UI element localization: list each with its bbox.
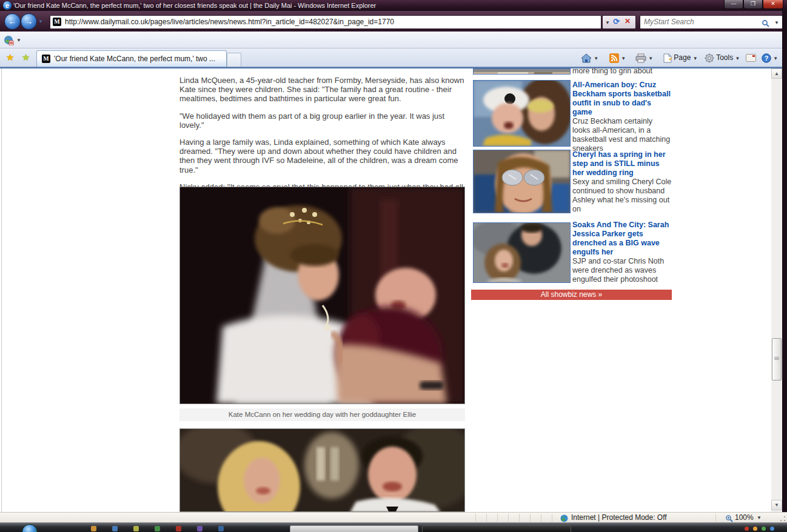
tray-icon[interactable] bbox=[745, 527, 749, 531]
forward-button[interactable]: → bbox=[21, 13, 37, 30]
all-showbiz-news-banner[interactable]: All showbiz news » bbox=[471, 290, 672, 300]
sidebar-item: Soaks And The City: Sarah Jessica Parker… bbox=[572, 221, 672, 284]
address-bar[interactable]: M http://www.dailymail.co.uk/pages/live/… bbox=[50, 15, 601, 29]
help-button[interactable]: ? ▼ bbox=[762, 51, 778, 65]
scroll-down-icon[interactable]: ▼ bbox=[771, 500, 782, 510]
zoom-dropdown-icon[interactable]: ▼ bbox=[757, 515, 762, 520]
favorites-center-icon[interactable]: ★ bbox=[6, 52, 14, 63]
zoom-icon bbox=[725, 514, 733, 522]
page-menu-label: Page bbox=[674, 53, 691, 62]
zoom-level[interactable]: 100% bbox=[735, 513, 754, 522]
tools-menu-button[interactable]: Tools ▼ bbox=[705, 51, 740, 65]
history-dropdown-icon[interactable]: ▼ bbox=[38, 19, 43, 24]
quicklaunch-icon[interactable] bbox=[218, 526, 224, 531]
scrollbar-thumb[interactable] bbox=[772, 338, 782, 381]
refresh-icon[interactable]: ⟳ bbox=[613, 17, 620, 26]
article-paragraph: Linda McQueen, a 45-year-old teacher fro… bbox=[179, 76, 465, 104]
address-controls: ▼ ⟳ ✕ bbox=[602, 15, 636, 29]
photo-caption: Kate McCann on her wedding day with her … bbox=[179, 408, 465, 421]
minimize-button[interactable]: — bbox=[724, 0, 743, 9]
window-right-border bbox=[782, 11, 787, 522]
scroll-up-icon[interactable]: ▲ bbox=[771, 68, 782, 79]
forward-icon: → bbox=[25, 16, 33, 26]
tab-label: 'Our friend Kate McCann, the perfect mum… bbox=[54, 51, 215, 67]
resize-grip[interactable] bbox=[780, 516, 786, 522]
email-button[interactable] bbox=[746, 51, 756, 65]
tools-menu-label: Tools bbox=[716, 53, 733, 62]
new-tab-button[interactable] bbox=[227, 53, 241, 67]
stop-icon[interactable]: ✕ bbox=[625, 17, 631, 25]
quicklaunch-icon[interactable] bbox=[176, 526, 181, 531]
search-box[interactable]: ▼ bbox=[640, 15, 783, 29]
page-dropdown-icon[interactable]: ▼ bbox=[693, 56, 698, 61]
start-button[interactable] bbox=[22, 524, 38, 532]
print-dropdown-icon[interactable]: ▼ bbox=[648, 56, 653, 61]
quicklaunch-icon[interactable] bbox=[112, 526, 118, 531]
sidebar-item: Cheryl has a spring in her step and is S… bbox=[572, 150, 672, 214]
addon-toolbar: ▼ bbox=[0, 32, 787, 48]
back-button[interactable]: ← bbox=[4, 13, 21, 30]
sidebar-item: All-American boy: Cruz Beckham sports ba… bbox=[572, 81, 672, 153]
sidebar-partial-text[interactable]: more thing to grin about bbox=[572, 67, 672, 76]
home-button[interactable]: ▼ bbox=[581, 51, 598, 65]
quicklaunch-icon[interactable] bbox=[91, 526, 96, 531]
tray-icon[interactable] bbox=[762, 527, 766, 531]
navigation-bar: ← → ▼ M http://www.dailymail.co.uk/pages… bbox=[0, 11, 787, 32]
add-favorite-icon[interactable]: ★ bbox=[22, 52, 30, 63]
convert-to-pdf-button[interactable] bbox=[4, 35, 14, 45]
sidebar-description: Sexy and smiling Cheryl Cole continued t… bbox=[572, 178, 672, 214]
browser-window: e 'Our friend Kate McCann, the perfect m… bbox=[0, 0, 787, 532]
window-title: 'Our friend Kate McCann, the perfect mum… bbox=[13, 0, 376, 11]
close-icon: ✕ bbox=[763, 0, 783, 8]
search-options-dropdown-icon[interactable]: ▼ bbox=[774, 20, 779, 25]
quicklaunch-icon[interactable] bbox=[197, 526, 203, 531]
quicklaunch-icon[interactable] bbox=[155, 526, 160, 531]
url-text[interactable]: http://www.dailymail.co.uk/pages/live/ar… bbox=[65, 16, 597, 28]
taskbar-window-button[interactable] bbox=[422, 525, 571, 532]
search-input[interactable] bbox=[643, 17, 766, 27]
article-paragraph: "We holidayed with them as part of a big… bbox=[179, 111, 465, 130]
tab-active[interactable]: M 'Our friend Kate McCann, the perfect m… bbox=[36, 50, 227, 67]
help-dropdown-icon[interactable]: ▼ bbox=[773, 56, 778, 61]
maximize-button[interactable]: ❐ bbox=[743, 0, 763, 9]
article-photo-wedding bbox=[179, 187, 465, 404]
page-left-edge bbox=[1, 68, 2, 512]
quicklaunch-icon[interactable] bbox=[133, 526, 139, 531]
address-dropdown-icon[interactable]: ▼ bbox=[605, 20, 610, 25]
search-icon[interactable] bbox=[762, 18, 769, 25]
taskbar[interactable] bbox=[0, 522, 787, 532]
svg-text:?: ? bbox=[765, 55, 769, 62]
print-button[interactable]: ▼ bbox=[635, 51, 653, 65]
home-dropdown-icon[interactable]: ▼ bbox=[594, 56, 598, 61]
page-menu-button[interactable]: Page ▼ bbox=[663, 51, 698, 65]
close-button[interactable]: ✕ bbox=[763, 0, 783, 9]
sidebar-thumb-cruz[interactable] bbox=[473, 80, 571, 147]
status-bar: Internet | Protected Mode: Off 100% ▼ bbox=[0, 512, 787, 523]
title-bar[interactable]: e 'Our friend Kate McCann, the perfect m… bbox=[0, 0, 787, 11]
vertical-scrollbar[interactable]: ▲ ▼ bbox=[771, 68, 782, 512]
sidebar-headline[interactable]: Soaks And The City: Sarah Jessica Parker… bbox=[572, 221, 672, 257]
article-photo-couple bbox=[179, 428, 465, 512]
sidebar-headline[interactable]: All-American boy: Cruz Beckham sports ba… bbox=[572, 81, 672, 117]
sidebar-description: Cruz Beckham certainly looks all-America… bbox=[572, 117, 672, 153]
sidebar-description: SJP and co-star Chris Noth were drenched… bbox=[572, 257, 672, 284]
tools-dropdown-icon[interactable]: ▼ bbox=[735, 56, 740, 61]
tray-icon[interactable] bbox=[753, 527, 757, 531]
tab-favicon: M bbox=[42, 55, 50, 63]
tray-icon[interactable] bbox=[770, 527, 774, 531]
sidebar-thumb-partial[interactable] bbox=[473, 68, 571, 75]
restore-icon: ❐ bbox=[744, 0, 762, 8]
ie-logo-icon: e bbox=[3, 1, 12, 10]
site-favicon: M bbox=[53, 18, 61, 26]
feeds-dropdown-icon[interactable]: ▼ bbox=[621, 56, 626, 61]
taskbar-window-button[interactable] bbox=[290, 525, 418, 532]
internet-zone-icon bbox=[560, 514, 568, 522]
back-icon: ← bbox=[8, 16, 17, 26]
sidebar-headline[interactable]: Cheryl has a spring in her step and is S… bbox=[572, 150, 672, 178]
pdf-dropdown-icon[interactable]: ▼ bbox=[16, 38, 21, 43]
zone-status-text: Internet | Protected Mode: Off bbox=[571, 513, 667, 522]
article-paragraph: Having a large family was, Linda explain… bbox=[179, 138, 465, 175]
sidebar-thumb-cheryl[interactable] bbox=[473, 150, 571, 213]
feeds-button[interactable]: ▼ bbox=[609, 51, 626, 65]
sidebar-thumb-sjp[interactable] bbox=[473, 222, 571, 283]
